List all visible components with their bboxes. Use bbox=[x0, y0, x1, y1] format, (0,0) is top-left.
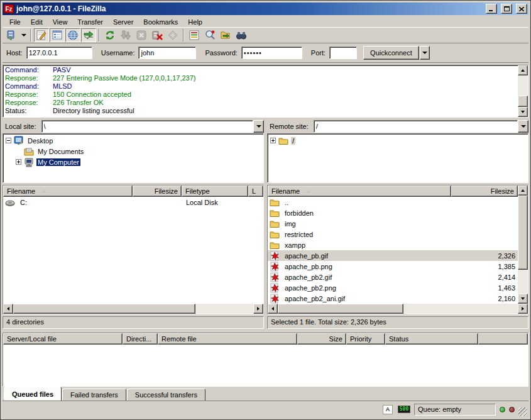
column-header-filetype[interactable]: Filetype bbox=[182, 185, 248, 197]
status-bar: A 500 Queue: empty bbox=[3, 401, 528, 417]
file-row[interactable]: apache_pb.gif2,326 bbox=[268, 250, 518, 261]
collapse-icon[interactable] bbox=[6, 138, 11, 143]
process-queue-icon[interactable] bbox=[118, 28, 133, 42]
tab-successful-transfers[interactable]: Successful transfers bbox=[127, 389, 205, 401]
log-label: Response: bbox=[5, 74, 53, 82]
file-row-c-drive[interactable]: C: Local Disk bbox=[3, 197, 263, 207]
menu-bookmarks[interactable]: Bookmarks bbox=[139, 17, 182, 27]
file-row[interactable]: forbidden bbox=[268, 207, 518, 218]
quickconnect-bar: Host: Username: Password: Port: Quickcon… bbox=[3, 43, 528, 63]
column-header-priority[interactable]: Priority bbox=[346, 333, 385, 345]
disconnect-icon[interactable] bbox=[150, 28, 165, 42]
file-row[interactable]: apache_pb2.png1,463 bbox=[268, 282, 518, 293]
refresh-icon[interactable] bbox=[102, 28, 118, 42]
remote-site-dropdown-icon[interactable] bbox=[518, 120, 528, 133]
scroll-right-icon[interactable] bbox=[253, 304, 263, 314]
title-bar[interactable]: Fz john@127.0.0.1 - FileZilla bbox=[3, 3, 528, 15]
column-header-size[interactable]: Size bbox=[297, 333, 346, 345]
host-input[interactable] bbox=[26, 47, 92, 59]
scrollbar-thumb[interactable] bbox=[278, 304, 403, 314]
local-horizontal-scrollbar[interactable] bbox=[3, 304, 263, 314]
site-manager-dropdown-icon[interactable] bbox=[19, 28, 28, 42]
column-header-lastmodified[interactable]: L bbox=[248, 185, 263, 197]
column-header-filename[interactable]: Filename bbox=[3, 185, 133, 197]
file-row[interactable]: xampp bbox=[268, 240, 518, 250]
tree-item-desktop[interactable]: Desktop bbox=[4, 135, 263, 146]
log-vertical-scrollbar[interactable] bbox=[518, 65, 528, 117]
filter-icon[interactable] bbox=[187, 28, 202, 42]
column-header-local-file[interactable]: Server/Local file bbox=[3, 333, 123, 345]
compare-icon[interactable] bbox=[234, 28, 249, 42]
column-header-status[interactable]: Status bbox=[385, 333, 478, 345]
maximize-button[interactable] bbox=[501, 4, 512, 14]
scrollbar-thumb[interactable] bbox=[518, 196, 528, 270]
remote-site-input[interactable] bbox=[314, 120, 518, 133]
local-site-dropdown-icon[interactable] bbox=[253, 120, 264, 133]
resize-grip[interactable] bbox=[518, 407, 527, 416]
toggle-queue-icon[interactable] bbox=[81, 28, 96, 42]
quickconnect-button[interactable]: Quickconnect bbox=[363, 46, 419, 60]
port-input[interactable] bbox=[329, 47, 357, 59]
menu-server[interactable]: Server bbox=[109, 17, 138, 27]
log-text: MLSD bbox=[53, 82, 72, 91]
expand-icon[interactable] bbox=[270, 138, 276, 143]
file-name: restricted bbox=[282, 231, 451, 238]
file-search-icon[interactable] bbox=[202, 28, 217, 42]
image-file-icon bbox=[270, 294, 280, 304]
reconnect-icon[interactable] bbox=[165, 28, 180, 42]
username-input[interactable] bbox=[138, 47, 196, 59]
scrollbar-thumb[interactable] bbox=[13, 304, 195, 314]
file-row[interactable]: apache_pb2_ani.gif2,160 bbox=[268, 293, 518, 304]
queue-body[interactable] bbox=[3, 345, 528, 386]
quickconnect-dropdown-icon[interactable] bbox=[420, 46, 430, 60]
menu-edit[interactable]: Edit bbox=[26, 17, 47, 27]
tree-item-my-computer[interactable]: My Computer bbox=[4, 157, 263, 167]
tree-item-root[interactable]: / bbox=[269, 135, 528, 146]
toggle-local-tree-icon[interactable] bbox=[50, 28, 65, 42]
file-row[interactable]: img bbox=[268, 218, 518, 229]
local-tree: Desktop My Documents My Computer bbox=[3, 133, 264, 183]
file-row[interactable]: apache_pb.png1,385 bbox=[268, 261, 518, 272]
column-header-filename[interactable]: Filename bbox=[268, 185, 451, 197]
toggle-log-icon[interactable] bbox=[34, 28, 49, 42]
menu-file[interactable]: File bbox=[5, 17, 25, 27]
remote-vertical-scrollbar[interactable] bbox=[518, 185, 528, 304]
minimize-button[interactable] bbox=[486, 4, 497, 14]
scroll-up-icon[interactable] bbox=[518, 185, 528, 196]
toggle-remote-tree-icon[interactable] bbox=[65, 28, 80, 42]
data-type-icon[interactable]: A bbox=[383, 405, 393, 414]
sync-browsing-icon[interactable] bbox=[218, 28, 233, 42]
menu-help[interactable]: Help bbox=[183, 17, 207, 27]
tab-failed-transfers[interactable]: Failed transfers bbox=[62, 389, 126, 401]
scroll-up-icon[interactable] bbox=[518, 65, 528, 75]
remote-horizontal-scrollbar[interactable] bbox=[268, 304, 528, 314]
scroll-down-icon[interactable] bbox=[518, 107, 528, 117]
folder-icon bbox=[270, 219, 280, 229]
password-input[interactable] bbox=[241, 47, 302, 59]
column-header-filesize[interactable]: Filesize bbox=[133, 185, 182, 197]
column-header-direction[interactable]: Directi... bbox=[123, 333, 158, 345]
scrollbar-thumb[interactable] bbox=[518, 96, 528, 107]
expand-icon[interactable] bbox=[16, 159, 21, 165]
remote-site-combo[interactable] bbox=[314, 120, 528, 133]
tree-item-my-documents[interactable]: My Documents bbox=[4, 146, 263, 157]
cancel-icon[interactable] bbox=[134, 28, 149, 42]
column-header-remote-file[interactable]: Remote file bbox=[158, 333, 297, 345]
local-site-input[interactable] bbox=[41, 120, 253, 133]
scroll-down-icon[interactable] bbox=[518, 294, 528, 304]
file-row[interactable]: apache_pb2.gif2,414 bbox=[268, 272, 518, 282]
local-site-combo[interactable] bbox=[41, 120, 264, 133]
column-header-filesize[interactable]: Filesize bbox=[451, 185, 518, 197]
menu-view[interactable]: View bbox=[48, 17, 72, 27]
speed-limit-icon[interactable]: 500 bbox=[398, 406, 410, 413]
file-row[interactable]: restricted bbox=[268, 229, 518, 240]
site-manager-icon[interactable] bbox=[4, 28, 19, 42]
scroll-left-icon[interactable] bbox=[3, 304, 13, 314]
scroll-right-icon[interactable] bbox=[518, 304, 528, 314]
tab-queued-files[interactable]: Queued files bbox=[4, 387, 62, 401]
close-button[interactable] bbox=[516, 4, 527, 14]
menu-transfer[interactable]: Transfer bbox=[73, 17, 107, 27]
scroll-left-icon[interactable] bbox=[268, 304, 278, 314]
file-size: 1,463 bbox=[451, 284, 518, 292]
file-row[interactable]: .. bbox=[268, 197, 518, 207]
